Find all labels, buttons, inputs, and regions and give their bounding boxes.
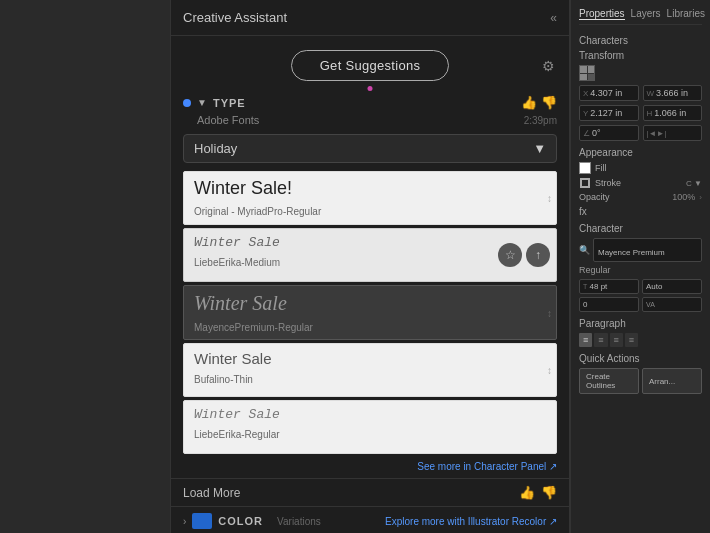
chevron-icon[interactable]: ▼ [197, 97, 207, 108]
fx-label: fx [579, 206, 702, 217]
fill-label: Fill [595, 163, 702, 173]
font-size-value: 48 pt [590, 282, 608, 291]
type-header: ▼ TYPE 👍 👎 [183, 95, 557, 110]
tracking-field[interactable]: VA [642, 297, 702, 312]
opacity-value: 100% [672, 192, 695, 202]
y-field[interactable]: Y 2.127 in [579, 105, 639, 121]
align-right-button[interactable]: ≡ [610, 333, 623, 347]
font-size-field[interactable]: T 48 pt [579, 279, 639, 294]
favorite-button-2[interactable]: ☆ [498, 243, 522, 267]
grid-icon [579, 65, 595, 81]
color-header: › COLOR Variations [183, 513, 321, 529]
quick-actions-title: Quick Actions [579, 353, 702, 364]
arrange-button[interactable]: Arran... [642, 368, 702, 394]
stroke-icon [579, 177, 591, 189]
align-left-button[interactable]: ≡ [579, 333, 592, 347]
adobe-fonts-label: Adobe Fonts [197, 114, 259, 126]
see-more-link[interactable]: See more in Character Panel ↗ [417, 461, 557, 472]
tab-layers[interactable]: Layers [631, 8, 661, 20]
scroll-indicator-3: ↕ [547, 307, 552, 318]
font-search-field[interactable]: Mayence Premium [593, 238, 702, 262]
appearance-section: Appearance Fill Stroke C ▼ Opacity 100% … [579, 147, 702, 217]
font-preview-4: Winter Sale [194, 350, 546, 367]
type-section: ▼ TYPE 👍 👎 Adobe Fonts 2:39pm [171, 95, 569, 126]
opacity-row: Opacity 100% › [579, 192, 702, 202]
color-section: › COLOR Variations Explore more with Ill… [171, 506, 569, 533]
suggestions-area: Get Suggestions ⚙ [171, 36, 569, 95]
extra-field[interactable]: |◄►| [643, 125, 703, 141]
transform-section: Transform [579, 50, 702, 61]
align-justify-button[interactable]: ≡ [625, 333, 638, 347]
stroke-row: Stroke C ▼ [579, 177, 702, 189]
type-label: TYPE [213, 97, 515, 109]
apply-button-2[interactable]: ↑ [526, 243, 550, 267]
scroll-indicator-1: ↕ [547, 193, 552, 204]
collapse-button[interactable]: « [550, 11, 557, 25]
gear-icon[interactable]: ⚙ [542, 58, 555, 74]
thumbs-up-button[interactable]: 👍 [521, 95, 537, 110]
kerning-field[interactable]: 0 [579, 297, 639, 312]
stroke-dropdown[interactable]: C ▼ [686, 179, 702, 188]
load-more-actions: 👍 👎 [519, 485, 557, 500]
load-thumbs-down[interactable]: 👎 [541, 485, 557, 500]
font-name-4: Bufalino-Thin [194, 374, 253, 385]
align-center-button[interactable]: ≡ [594, 333, 607, 347]
font-preview-5: Winter Sale [194, 407, 546, 422]
timestamp: 2:39pm [524, 115, 557, 126]
kerning-value: 0 [583, 300, 587, 309]
quick-actions-section: Quick Actions Create Outlines Arran... [579, 353, 702, 396]
characters-section: Characters [579, 35, 702, 46]
properties-tabs: Properties Layers Libraries [579, 8, 702, 25]
w-value: 3.666 in [656, 88, 688, 98]
font-style: Regular [579, 265, 702, 275]
fill-swatch[interactable] [579, 162, 591, 174]
angle-field[interactable]: ∠ 0° [579, 125, 639, 141]
type-sub: Adobe Fonts 2:39pm [183, 114, 557, 126]
leading-value: Auto [646, 282, 662, 291]
load-thumbs-up[interactable]: 👍 [519, 485, 535, 500]
x-field[interactable]: X 4.307 in [579, 85, 639, 101]
get-suggestions-button[interactable]: Get Suggestions [291, 50, 450, 81]
color-chevron[interactable]: › [183, 516, 186, 527]
load-more-area: Load More 👍 👎 [171, 478, 569, 506]
xy-row: X 4.307 in W 3.666 in [579, 85, 702, 101]
font-item-1[interactable]: Winter Sale! Original - MyriadPro-Regula… [183, 171, 557, 225]
angle-value: 0° [592, 128, 601, 138]
tab-libraries[interactable]: Libraries [667, 8, 705, 20]
tab-properties[interactable]: Properties [579, 8, 625, 20]
explore-recolor-link[interactable]: Explore more with Illustrator Recolor ↗ [385, 516, 557, 527]
y-value: 2.127 in [590, 108, 622, 118]
holiday-dropdown[interactable]: Holiday ▼ [183, 134, 557, 163]
see-more-area: See more in Character Panel ↗ [183, 461, 557, 472]
transform-icons-row [579, 65, 702, 81]
font-item-5[interactable]: Winter Sale LiebeErika-Regular [183, 400, 557, 454]
color-swatch [192, 513, 212, 529]
font-item-4[interactable]: Winter Sale Bufalino-Thin ↕ [183, 343, 557, 397]
fill-row: Fill [579, 162, 702, 174]
font-item-2[interactable]: Winter Sale LiebeErika-Medium ☆ ↑ [183, 228, 557, 282]
appearance-title: Appearance [579, 147, 702, 158]
character-title: Character [579, 223, 702, 234]
font-preview-3: Winter Sale [194, 292, 546, 315]
font-item-3[interactable]: Winter Sale MayencePremium-Regular ↕ [183, 285, 557, 340]
paragraph-title: Paragraph [579, 318, 702, 329]
color-label: COLOR [218, 515, 263, 527]
h-field[interactable]: H 1.066 in [643, 105, 703, 121]
stroke-label: Stroke [595, 178, 682, 188]
qa-buttons-row: Create Outlines Arran... [579, 368, 702, 396]
font-list: Winter Sale! Original - MyriadPro-Regula… [183, 171, 557, 457]
font-name-2: LiebeErika-Medium [194, 257, 280, 268]
properties-panel: Properties Layers Libraries Characters T… [570, 0, 710, 533]
load-more-button[interactable]: Load More [183, 486, 240, 500]
create-outlines-button[interactable]: Create Outlines [579, 368, 639, 394]
w-field[interactable]: W 3.666 in [643, 85, 703, 101]
font-name-1: Original - MyriadPro-Regular [194, 206, 321, 217]
thumbs-down-button[interactable]: 👎 [541, 95, 557, 110]
font-search-row: 🔍 Mayence Premium [579, 238, 702, 262]
type-actions: 👍 👎 [521, 95, 557, 110]
h-value: 1.066 in [654, 108, 686, 118]
suggestions-dot [368, 86, 373, 91]
leading-field[interactable]: Auto [642, 279, 702, 294]
panel-title: Creative Assistant [183, 10, 287, 25]
font-preview-2: Winter Sale [194, 235, 546, 250]
